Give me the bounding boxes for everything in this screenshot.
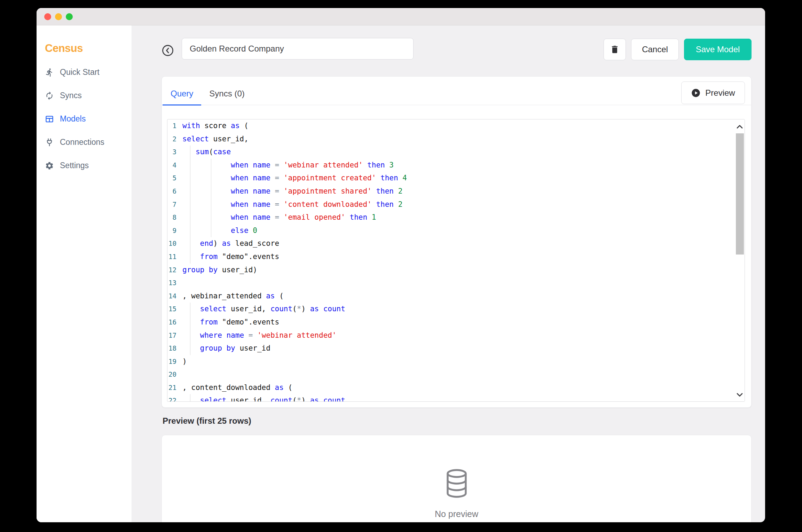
code-text: group by user_id [182,342,270,355]
line-number: 12 [167,264,176,277]
indent-guide [211,198,211,211]
query-card: QuerySyncs (0) Preview 1with score as (2… [162,76,752,408]
scrollbar-thumb[interactable] [736,133,744,255]
code-text: , webinar_attended as ( [182,290,284,303]
code-text: when name = 'appointment created' then 4 [182,172,407,185]
line-number: 20 [167,368,176,381]
save-model-button[interactable]: Save Model [684,39,752,60]
code-line: 10 end) as lead_score [167,237,745,250]
sync-icon [45,91,54,100]
line-number: 9 [167,224,176,237]
indent-guide [190,342,190,355]
code-text: when name = 'content downloaded' then 2 [182,198,402,211]
screen: Census Quick StartSyncsModelsConnections… [0,0,802,532]
sidebar-item-label: Syncs [60,91,82,100]
code-text: end) as lead_score [182,237,279,250]
line-number: 2 [167,133,176,146]
code-line: 9 else 0 [167,224,745,237]
zoom-button[interactable] [66,13,73,20]
titlebar [37,8,765,25]
close-button[interactable] [44,13,51,20]
sql-editor[interactable]: 1with score as (2select user_id,3 sum(ca… [167,119,745,402]
tab-syncs-0[interactable]: Syncs (0) [201,82,252,105]
code-text: select user_id, count(*) as count [182,303,345,316]
code-line: 20 [167,368,745,381]
line-number: 19 [167,355,176,368]
line-number: 11 [167,250,176,264]
sidebar-item-label: Quick Start [60,68,100,77]
line-number: 22 [167,394,176,402]
code-text: with score as ( [182,119,249,133]
code-line: 16 from "demo".events [167,316,745,329]
delete-model-button[interactable] [604,39,626,60]
code-line: 13 [167,276,745,290]
indent-guide [190,394,190,402]
code-text: from "demo".events [182,250,279,264]
indent-guide [211,185,211,198]
line-number: 7 [167,198,176,211]
chevron-down-icon [736,391,744,399]
line-number: 14 [167,290,176,303]
code-lines: 1with score as (2select user_id,3 sum(ca… [167,119,745,402]
sidebar-item-connections[interactable]: Connections [37,131,132,154]
code-text: group by user_id) [182,264,257,277]
code-text: when name = 'appointment shared' then 2 [182,185,402,198]
gear-icon [45,161,54,170]
no-preview-text: No preview [435,509,478,519]
minimize-button[interactable] [55,13,62,20]
sidebar-item-models[interactable]: Models [37,107,132,131]
code-line: 2select user_id, [167,133,745,146]
line-number: 17 [167,329,176,342]
code-text: , content_downloaded as ( [182,381,292,394]
preview-button-label: Preview [705,88,735,98]
table-icon [45,115,54,124]
indent-guide [190,185,190,198]
code-line: 18 group by user_id [167,342,745,355]
scroll-up-button[interactable] [736,123,744,131]
cancel-button[interactable]: Cancel [631,39,679,60]
sidebar: Census Quick StartSyncsModelsConnections… [37,25,132,522]
sidebar-item-syncs[interactable]: Syncs [37,84,132,107]
editor-scrollbar[interactable] [735,119,745,401]
code-line: 19) [167,355,745,368]
line-number: 8 [167,211,176,224]
preview-button[interactable]: Preview [681,81,745,104]
code-line: 22 select user_id, count(*) as count [167,394,745,402]
code-line: 14, webinar_attended as ( [167,290,745,303]
indent-guide [190,329,190,342]
indent-guide [190,198,190,211]
sidebar-item-settings[interactable]: Settings [37,154,132,177]
code-line: 8 when name = 'email opened' then 1 [167,211,745,224]
indent-guide [211,172,211,185]
app-window: Census Quick StartSyncsModelsConnections… [37,8,765,522]
sidebar-item-label: Connections [60,138,104,147]
indent-guide [190,224,190,237]
preview-empty-state: No preview [162,435,752,522]
line-number: 21 [167,381,176,394]
model-name-input[interactable] [182,38,414,60]
line-number: 15 [167,303,176,316]
indent-guide [190,303,190,316]
code-line: 11 from "demo".events [167,250,745,264]
window-controls [44,13,73,20]
code-line: 17 where name = 'webinar attended' [167,329,745,342]
runner-icon [45,68,54,77]
sidebar-item-label: Settings [60,161,89,170]
code-line: 3 sum(case [167,146,745,159]
code-text: when name = 'webinar attended' then 3 [182,159,394,172]
line-number: 18 [167,342,176,355]
code-text: when name = 'email opened' then 1 [182,211,376,224]
trash-icon [610,45,620,54]
census-logo: Census [45,42,132,55]
code-text: select user_id, [182,133,249,146]
scroll-down-button[interactable] [736,391,744,399]
sidebar-item-quick-start[interactable]: Quick Start [37,61,132,84]
code-text: select user_id, count(*) as count [182,394,345,402]
back-button[interactable] [162,44,174,57]
indent-guide [190,316,190,329]
code-line: 7 when name = 'content downloaded' then … [167,198,745,211]
line-number: 1 [167,119,176,133]
line-number: 3 [167,146,176,159]
tab-query[interactable]: Query [163,82,201,105]
sidebar-nav: Quick StartSyncsModelsConnectionsSetting… [37,61,132,177]
